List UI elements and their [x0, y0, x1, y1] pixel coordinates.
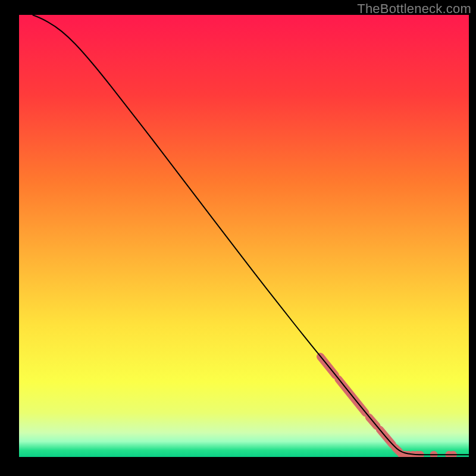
heat-background — [19, 15, 469, 457]
chart-frame — [6, 15, 470, 470]
chart-svg — [19, 15, 469, 457]
plot-area — [19, 15, 469, 457]
watermark-text: TheBottleneck.com — [357, 1, 471, 17]
